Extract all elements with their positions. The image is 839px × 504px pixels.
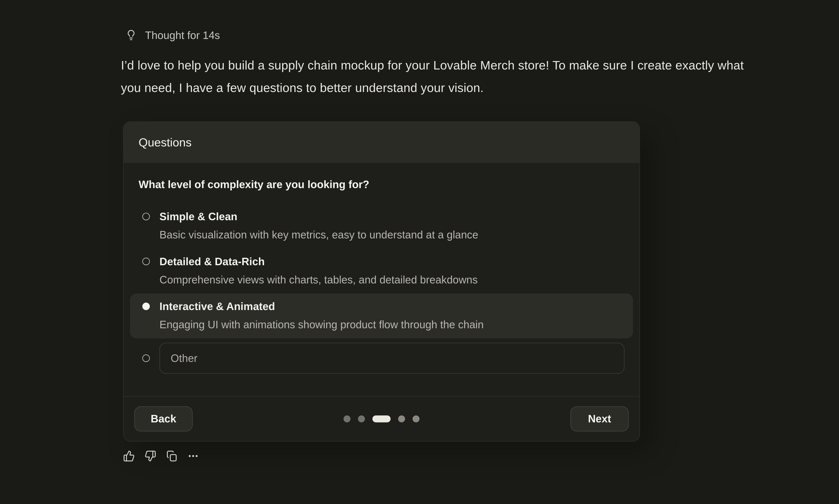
questions-card-footer: Back Next xyxy=(124,396,640,441)
option-description: Basic visualization with key metrics, ea… xyxy=(159,227,478,242)
lightbulb-icon xyxy=(125,29,137,41)
copy-icon xyxy=(166,450,178,462)
radio-unselected-icon[interactable] xyxy=(142,258,150,265)
copy-button[interactable] xyxy=(162,447,181,465)
pagination-dots xyxy=(344,415,420,422)
option-text: Simple & Clean Basic visualization with … xyxy=(159,209,478,242)
option-title: Detailed & Data-Rich xyxy=(159,254,478,269)
chat-message-region: Thought for 14s I’d love to help you bui… xyxy=(0,0,839,504)
pagination-dot[interactable] xyxy=(398,415,405,422)
option-description: Engaging UI with animations showing prod… xyxy=(159,317,484,332)
option-simple-clean[interactable]: Simple & Clean Basic visualization with … xyxy=(130,204,633,249)
option-text: Detailed & Data-Rich Comprehensive views… xyxy=(159,254,478,287)
thumbs-up-icon xyxy=(123,450,135,462)
other-input[interactable] xyxy=(159,343,625,374)
pagination-dot[interactable] xyxy=(344,415,351,422)
thumbs-down-button[interactable] xyxy=(141,447,159,465)
message-actions xyxy=(120,447,202,465)
back-button[interactable]: Back xyxy=(134,406,193,431)
radio-unselected-icon[interactable] xyxy=(142,355,150,362)
option-other[interactable] xyxy=(130,338,633,374)
questions-card-header: Questions xyxy=(124,122,640,163)
card-title: Questions xyxy=(139,136,192,149)
thumbs-up-button[interactable] xyxy=(120,447,138,465)
radio-selected-icon[interactable] xyxy=(142,303,150,310)
option-description: Comprehensive views with charts, tables,… xyxy=(159,272,478,287)
more-options-icon xyxy=(187,450,199,462)
option-interactive-animated[interactable]: Interactive & Animated Engaging UI with … xyxy=(130,293,633,338)
more-options-button[interactable] xyxy=(184,447,202,465)
questions-card-body: What level of complexity are you looking… xyxy=(124,163,640,384)
pagination-dot[interactable] xyxy=(358,415,365,422)
pagination-dot-active[interactable] xyxy=(372,415,390,422)
next-button[interactable]: Next xyxy=(571,406,629,431)
thought-toggle[interactable]: Thought for 14s xyxy=(125,29,220,42)
option-detailed-data-rich[interactable]: Detailed & Data-Rich Comprehensive views… xyxy=(130,249,633,293)
option-title: Simple & Clean xyxy=(159,209,478,224)
questions-card: Questions What level of complexity are y… xyxy=(123,121,640,442)
assistant-message-text: I’d love to help you build a supply chai… xyxy=(121,54,750,99)
option-text: Interactive & Animated Engaging UI with … xyxy=(159,299,484,332)
option-title: Interactive & Animated xyxy=(159,299,484,314)
pagination-dot[interactable] xyxy=(413,415,420,422)
thumbs-down-icon xyxy=(144,450,156,462)
thought-label: Thought for 14s xyxy=(145,29,220,42)
question-text: What level of complexity are you looking… xyxy=(139,177,624,192)
radio-unselected-icon[interactable] xyxy=(142,213,150,220)
